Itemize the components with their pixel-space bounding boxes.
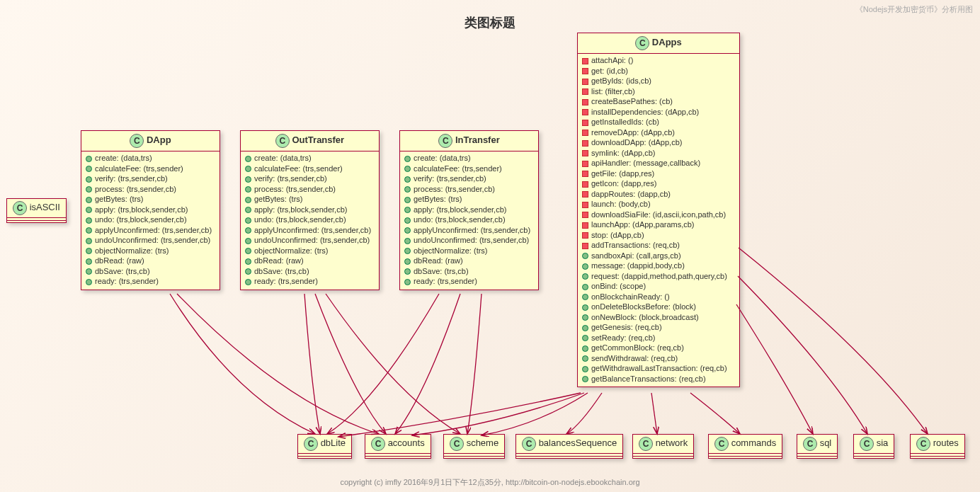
class-DApp: C DApp create: (data,trs)calculateFee: (… (81, 130, 220, 290)
class-member: onNewBlock: (block,broadcast) (582, 312, 735, 323)
class-member: apply: (trs,block,sender,cb) (86, 205, 215, 215)
class-name: sql (820, 437, 832, 448)
class-member: stop: (dApp,cb) (582, 230, 735, 241)
class-name: balancesSequence (539, 437, 617, 448)
class-member: list: (filter,cb) (582, 86, 735, 97)
class-member: launchApp: (dApp,params,cb) (582, 219, 735, 230)
class-name: sia (877, 437, 889, 448)
class-member: applyUnconfirmed: (trs,sender,cb) (86, 225, 215, 236)
class-member: launch: (body,cb) (582, 199, 735, 210)
class-member: setReady: (req,cb) (582, 333, 735, 343)
class-member: apply: (trs,block,sender,cb) (404, 205, 534, 215)
class-member: create: (data,trs) (245, 153, 375, 164)
class-member: addTransactions: (req,cb) (582, 240, 735, 251)
class-icon: C (275, 134, 290, 148)
class-name: isASCII (30, 202, 60, 212)
class-member: dbRead: (raw) (245, 256, 375, 266)
class-balancesSequence: C balancesSequence (515, 434, 623, 459)
class-member: onBind: (scope) (582, 281, 735, 292)
class-member: ready: (trs,sender) (86, 276, 215, 287)
class-member: undo: (trs,block,sender,cb) (86, 214, 215, 225)
class-sql: C sql (797, 434, 838, 459)
class-member: get: (id,cb) (582, 66, 735, 76)
class-icon: C (304, 437, 318, 451)
class-member: undo: (trs,block,sender,cb) (245, 214, 375, 225)
class-member: getBytes: (trs) (245, 194, 375, 205)
class-name: dbLite (321, 437, 346, 448)
class-sia: C sia (853, 434, 894, 459)
class-member: dbSave: (trs,cb) (86, 266, 215, 277)
class-member: symlink: (dApp,cb) (582, 148, 735, 159)
class-member: onDeleteBlocksBefore: (block) (582, 302, 735, 312)
class-icon: C (635, 36, 649, 50)
class-member: getCommonBlock: (req,cb) (582, 343, 735, 353)
class-member: undo: (trs,block,sender,cb) (404, 214, 534, 225)
class-member: undoUnconfirmed: (trs,sender,cb) (245, 235, 375, 246)
class-member: apiHandler: (message,callback) (582, 158, 735, 168)
class-routes: C routes (910, 434, 965, 459)
class-member: installDependencies: (dApp,cb) (582, 107, 735, 118)
class-member: attachApi: () (582, 55, 735, 66)
class-member: objectNormalize: (trs) (245, 246, 375, 256)
class-scheme: C scheme (443, 434, 505, 459)
class-member: dbRead: (raw) (86, 256, 215, 266)
class-icon: C (13, 201, 27, 215)
class-icon: C (371, 437, 385, 451)
class-member: create: (data,trs) (86, 153, 215, 164)
class-member: createBasePathes: (cb) (582, 96, 735, 107)
class-member: getInstalledIds: (cb) (582, 117, 735, 127)
class-member: dbSave: (trs,cb) (404, 266, 534, 277)
watermark-text: 《Nodejs开发加密货币》分析用图 (855, 4, 973, 15)
class-isASCII: C isASCII (6, 198, 67, 223)
class-member: onBlockchainReady: () (582, 292, 735, 302)
class-member: downloadDApp: (dApp,cb) (582, 137, 735, 148)
class-icon: C (130, 134, 144, 148)
class-member: removeDApp: (dApp,cb) (582, 127, 735, 138)
class-member: calculateFee: (trs,sender) (86, 164, 215, 174)
class-member: getBytes: (trs) (404, 194, 534, 205)
class-member: sandboxApi: (call,args,cb) (582, 251, 735, 261)
class-name: InTransfer (455, 135, 500, 145)
class-member: undoUnconfirmed: (trs,sender,cb) (86, 235, 215, 246)
class-name: DApps (652, 37, 682, 47)
class-name: DApp (147, 135, 171, 145)
class-icon: C (916, 437, 930, 451)
class-member: sendWithdrawal: (req,cb) (582, 353, 735, 364)
class-icon: C (438, 134, 452, 148)
class-member: process: (trs,sender,cb) (86, 184, 215, 195)
class-icon: C (714, 437, 729, 451)
class-member: ready: (trs,sender) (404, 276, 534, 287)
class-member: getFile: (dapp,res) (582, 168, 735, 179)
class-member: getBytes: (trs) (86, 194, 215, 205)
class-name: commands (731, 437, 777, 448)
class-icon: C (450, 437, 464, 451)
class-member: message: (dappid,body,cb) (582, 261, 735, 271)
class-member: getGenesis: (req,cb) (582, 322, 735, 333)
class-name: OutTransfer (292, 135, 344, 145)
class-accounts: C accounts (365, 434, 431, 459)
class-member: apply: (trs,block,sender,cb) (245, 205, 375, 215)
class-InTransfer: C InTransfer create: (data,trs)calculate… (399, 130, 539, 290)
class-member: create: (data,trs) (404, 153, 534, 164)
class-member: applyUnconfirmed: (trs,sender,cb) (245, 225, 375, 236)
class-member: getByIds: (ids,cb) (582, 76, 735, 86)
footer-text: copyright (c) imfly 2016年9月1日下午12点35分, h… (0, 477, 980, 488)
class-member: dbRead: (raw) (404, 256, 534, 266)
diagram-title: 类图标题 (0, 0, 980, 31)
class-member: getBalanceTransactions: (req,cb) (582, 374, 735, 384)
class-member: getWithdrawalLastTransaction: (req,cb) (582, 363, 735, 374)
class-member: objectNormalize: (trs) (86, 246, 215, 256)
class-name: accounts (388, 437, 425, 448)
class-member: calculateFee: (trs,sender) (245, 164, 375, 174)
class-member: downloadSiaFile: (id,ascii,icon,path,cb) (582, 210, 735, 220)
class-member: calculateFee: (trs,sender) (404, 164, 534, 174)
class-member: undoUnconfirmed: (trs,sender,cb) (404, 235, 534, 246)
class-dbLite: C dbLite (297, 434, 352, 459)
class-member: verify: (trs,sender,cb) (86, 173, 215, 184)
class-member: applyUnconfirmed: (trs,sender,cb) (404, 225, 534, 236)
class-member: ready: (trs,sender) (245, 276, 375, 287)
class-icon: C (522, 437, 536, 451)
class-member: getIcon: (dapp,res) (582, 178, 735, 189)
class-DApps: C DApps attachApi: ()get: (id,cb)getById… (577, 33, 740, 387)
class-OutTransfer: C OutTransfer create: (data,trs)calculat… (240, 130, 380, 290)
